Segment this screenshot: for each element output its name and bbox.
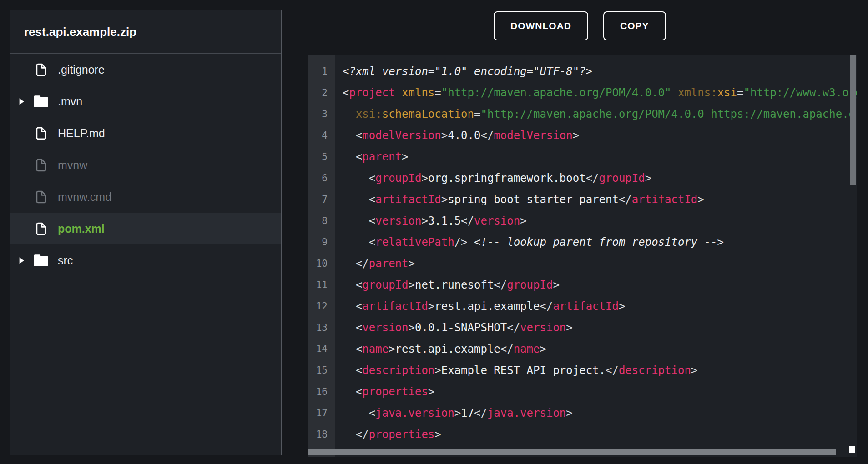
code-line: 1<?xml version="1.0" encoding="UTF-8"?> xyxy=(308,61,857,82)
line-number: 3 xyxy=(308,104,335,125)
vertical-scrollbar[interactable] xyxy=(850,55,857,457)
code-line-content: <java.version>17</java.version> xyxy=(335,403,857,424)
code-line: 14 <name>rest.api.example</name> xyxy=(308,339,857,360)
line-number: 10 xyxy=(308,253,335,274)
code-viewer: 1<?xml version="1.0" encoding="UTF-8"?>2… xyxy=(308,55,857,457)
code-line: 3 xsi:schemaLocation="http://maven.apach… xyxy=(308,104,857,125)
toolbar: DOWNLOAD COPY xyxy=(494,11,666,40)
vertical-scrollbar-thumb[interactable] xyxy=(850,55,856,185)
horizontal-scrollbar-thumb[interactable] xyxy=(308,449,836,455)
line-number: 9 xyxy=(308,232,335,253)
file-name: pom.xml xyxy=(58,222,105,235)
line-number: 14 xyxy=(308,339,335,360)
line-number: 12 xyxy=(308,296,335,317)
code-line-content: <groupId>net.runesoft</groupId> xyxy=(335,274,857,296)
caret-right-icon[interactable] xyxy=(19,98,30,105)
code-line: 17 <java.version>17</java.version> xyxy=(308,403,857,424)
line-number: 7 xyxy=(308,189,335,210)
file-name: mvnw xyxy=(58,159,87,172)
code-line-content: <artifactId>rest.api.example</artifactId… xyxy=(335,296,857,317)
tree-item-pom-xml[interactable]: pom.xml xyxy=(10,213,281,244)
tree-item-mvn[interactable]: .mvn xyxy=(10,85,281,117)
line-number: 11 xyxy=(308,274,335,296)
line-number: 6 xyxy=(308,168,335,189)
code-line: 4 <modelVersion>4.0.0</modelVersion> xyxy=(308,125,857,146)
line-number: 8 xyxy=(308,210,335,232)
code-line: 2<project xmlns="http://maven.apache.org… xyxy=(308,82,857,104)
tree-item-src[interactable]: src xyxy=(10,244,281,276)
line-number: 18 xyxy=(308,424,335,445)
code-line-content: <groupId>org.springframework.boot</group… xyxy=(335,168,857,189)
line-number: 4 xyxy=(308,125,335,146)
code-line-content: <version>3.1.5</version> xyxy=(335,210,857,232)
code-line: 12 <artifactId>rest.api.example</artifac… xyxy=(308,296,857,317)
code-line: 13 <version>0.0.1-SNAPSHOT</version> xyxy=(308,317,857,339)
folder-name: .mvn xyxy=(58,95,82,108)
folder-icon xyxy=(30,93,51,110)
code-line-content: </properties> xyxy=(335,424,857,445)
code-line-content: <description>Example REST API project.</… xyxy=(335,360,857,381)
line-number: 13 xyxy=(308,317,335,339)
horizontal-scrollbar[interactable] xyxy=(308,449,857,456)
code-line-content: <version>0.0.1-SNAPSHOT</version> xyxy=(335,317,857,339)
code-line: 6 <groupId>org.springframework.boot</gro… xyxy=(308,168,857,189)
file-icon xyxy=(30,158,51,173)
file-icon xyxy=(30,126,51,141)
code-line-content: <artifactId>spring-boot-starter-parent</… xyxy=(335,189,857,210)
file-name: .gitignore xyxy=(58,63,105,76)
code-line: 8 <version>3.1.5</version> xyxy=(308,210,857,232)
copy-button[interactable]: COPY xyxy=(603,11,666,40)
scrollbar-corner xyxy=(849,446,855,453)
code-line: 15 <description>Example REST API project… xyxy=(308,360,857,381)
file-icon xyxy=(30,190,51,205)
line-number: 5 xyxy=(308,146,335,168)
caret-right-icon[interactable] xyxy=(19,257,30,264)
file-tree-panel: rest.api.example.zip .gitignore.mvnHELP.… xyxy=(10,10,282,455)
code-line: 10 </parent> xyxy=(308,253,857,274)
code-line: 16 <properties> xyxy=(308,381,857,403)
code-line: 11 <groupId>net.runesoft</groupId> xyxy=(308,274,857,296)
code-line-content: <project xmlns="http://maven.apache.org/… xyxy=(335,82,857,104)
download-button[interactable]: DOWNLOAD xyxy=(494,11,588,40)
code-line-content: xsi:schemaLocation="http://maven.apache.… xyxy=(335,104,857,125)
tree-item-mvnw[interactable]: mvnw xyxy=(10,149,281,181)
tree-item-help-md[interactable]: HELP.md xyxy=(10,117,281,149)
file-name: HELP.md xyxy=(58,127,105,140)
code-line-content: <modelVersion>4.0.0</modelVersion> xyxy=(335,125,857,146)
line-number: 15 xyxy=(308,360,335,381)
line-number: 1 xyxy=(308,61,335,82)
archive-title: rest.api.example.zip xyxy=(10,10,281,54)
file-icon xyxy=(30,221,51,236)
folder-icon xyxy=(30,252,51,269)
folder-name: src xyxy=(58,254,73,267)
code-line-content: <name>rest.api.example</name> xyxy=(335,339,857,360)
code-line: 5 <parent> xyxy=(308,146,857,168)
code-line: 18 </properties> xyxy=(308,424,857,445)
tree-item-gitignore[interactable]: .gitignore xyxy=(10,54,281,85)
line-number: 17 xyxy=(308,403,335,424)
code-line-content: </parent> xyxy=(335,253,857,274)
code-line-content: <relativePath/> <!-- lookup parent from … xyxy=(335,232,857,253)
code-line-content: <properties> xyxy=(335,381,857,403)
code-line-content: <?xml version="1.0" encoding="UTF-8"?> xyxy=(335,61,857,82)
code-line-content: <parent> xyxy=(335,146,857,168)
line-number: 2 xyxy=(308,82,335,104)
file-icon xyxy=(30,62,51,77)
code-content: 1<?xml version="1.0" encoding="UTF-8"?>2… xyxy=(308,61,857,445)
file-name: mvnw.cmd xyxy=(58,190,111,204)
code-line: 7 <artifactId>spring-boot-starter-parent… xyxy=(308,189,857,210)
line-number: 16 xyxy=(308,381,335,403)
tree-item-mvnw-cmd[interactable]: mvnw.cmd xyxy=(10,181,281,213)
file-tree: .gitignore.mvnHELP.mdmvnwmvnw.cmdpom.xml… xyxy=(10,54,281,276)
code-line: 9 <relativePath/> <!-- lookup parent fro… xyxy=(308,232,857,253)
